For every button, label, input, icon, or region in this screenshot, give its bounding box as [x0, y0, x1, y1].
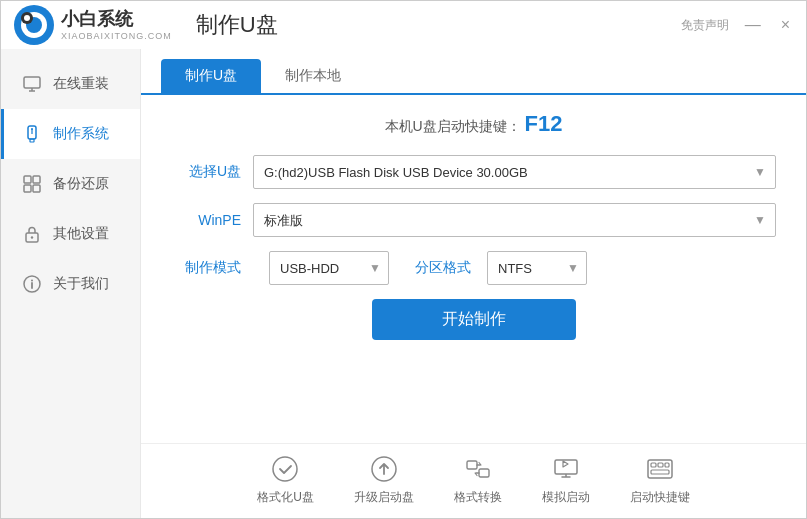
sidebar-label-make-system: 制作系统 — [53, 125, 109, 143]
winpe-select[interactable]: 标准版 — [253, 203, 776, 237]
svg-rect-31 — [665, 463, 669, 467]
svg-point-4 — [24, 15, 30, 21]
hotkey-hint-text: 本机U盘启动快捷键： — [385, 118, 521, 134]
boot-shortcut-label: 启动快捷键 — [630, 489, 690, 506]
svg-point-11 — [31, 128, 33, 130]
disclaimer-link[interactable]: 免责声明 — [681, 17, 729, 34]
form-area: 本机U盘启动快捷键： F12 选择U盘 G:(hd2)USB Flash Dis… — [141, 95, 806, 443]
svg-rect-25 — [555, 460, 577, 474]
svg-point-20 — [31, 280, 33, 282]
grid-icon — [21, 173, 43, 195]
main-layout: 在线重装 制作系统 备份还原 — [1, 49, 806, 519]
make-mode-select[interactable]: USB-HDD — [269, 251, 389, 285]
tab-make-local[interactable]: 制作本地 — [261, 59, 365, 93]
sidebar: 在线重装 制作系统 备份还原 — [1, 49, 141, 519]
tab-bar: 制作U盘 制作本地 — [141, 49, 806, 95]
content-area: 制作U盘 制作本地 本机U盘启动快捷键： F12 选择U盘 G:(hd2)USB… — [141, 49, 806, 519]
format-usb-label: 格式化U盘 — [257, 489, 314, 506]
winpe-wrapper: 标准版 ▼ — [253, 203, 776, 237]
upgrade-boot-item[interactable]: 升级启动盘 — [354, 454, 414, 506]
sidebar-label-other-settings: 其他设置 — [53, 225, 109, 243]
minimize-button[interactable]: — — [741, 16, 765, 34]
key-icon — [645, 454, 675, 484]
svg-rect-23 — [467, 461, 477, 469]
sidebar-item-backup-restore[interactable]: 备份还原 — [1, 159, 140, 209]
page-title: 制作U盘 — [196, 10, 278, 40]
svg-rect-13 — [33, 176, 40, 183]
svg-rect-32 — [651, 470, 669, 474]
sidebar-item-other-settings[interactable]: 其他设置 — [1, 209, 140, 259]
svg-rect-15 — [33, 185, 40, 192]
format-convert-item[interactable]: 格式转换 — [454, 454, 502, 506]
start-btn-row: 开始制作 — [171, 299, 776, 340]
sidebar-label-about-us: 关于我们 — [53, 275, 109, 293]
svg-point-21 — [273, 457, 297, 481]
winpe-row: WinPE 标准版 ▼ — [171, 203, 776, 237]
bottom-icons: 格式化U盘 升级启动盘 格式转换 — [141, 443, 806, 519]
svg-rect-24 — [479, 469, 489, 477]
svg-rect-29 — [651, 463, 656, 467]
sidebar-item-make-system[interactable]: 制作系统 — [1, 109, 140, 159]
start-make-button[interactable]: 开始制作 — [372, 299, 576, 340]
svg-point-17 — [31, 236, 33, 238]
logo-sub-text: XIAOBAIXITONG.COM — [61, 31, 172, 41]
select-usb-wrapper: G:(hd2)USB Flash Disk USB Device 30.00GB… — [253, 155, 776, 189]
make-mode-label: 制作模式 — [171, 259, 241, 277]
logo-icon — [13, 4, 55, 46]
info-icon — [21, 273, 43, 295]
select-usb-input[interactable]: G:(hd2)USB Flash Disk USB Device 30.00GB — [253, 155, 776, 189]
upgrade-boot-icon — [369, 454, 399, 484]
title-controls: 免责声明 — × — [681, 16, 794, 34]
lock-icon — [21, 223, 43, 245]
logo-area: 小白系统 XIAOBAIXITONG.COM — [13, 4, 172, 46]
select-usb-label: 选择U盘 — [171, 163, 241, 181]
winpe-label: WinPE — [171, 212, 241, 228]
simulate-boot-item[interactable]: 模拟启动 — [542, 454, 590, 506]
sidebar-item-online-reinstall[interactable]: 在线重装 — [1, 59, 140, 109]
format-convert-label: 格式转换 — [454, 489, 502, 506]
svg-rect-30 — [658, 463, 663, 467]
simulate-boot-label: 模拟启动 — [542, 489, 590, 506]
title-bar: 小白系统 XIAOBAIXITONG.COM 制作U盘 免责声明 — × — [1, 1, 806, 49]
sidebar-label-online-reinstall: 在线重装 — [53, 75, 109, 93]
format-usb-icon — [270, 454, 300, 484]
format-usb-item[interactable]: 格式化U盘 — [257, 454, 314, 506]
sidebar-label-backup-restore: 备份还原 — [53, 175, 109, 193]
monitor-icon — [21, 73, 43, 95]
logo-text: 小白系统 XIAOBAIXITONG.COM — [61, 9, 172, 41]
part-format-select[interactable]: NTFS — [487, 251, 587, 285]
close-button[interactable]: × — [777, 16, 794, 34]
boot-shortcut-item[interactable]: 启动快捷键 — [630, 454, 690, 506]
part-format-wrapper: NTFS ▼ — [487, 251, 587, 285]
make-mode-wrapper: USB-HDD ▼ — [269, 251, 389, 285]
svg-rect-9 — [30, 139, 34, 142]
mode-format-row: 制作模式 USB-HDD ▼ 分区格式 NTFS ▼ — [171, 251, 776, 285]
svg-rect-14 — [24, 185, 31, 192]
svg-rect-5 — [24, 77, 40, 88]
simulate-boot-icon — [551, 454, 581, 484]
convert-icon — [463, 454, 493, 484]
usb-icon — [21, 123, 43, 145]
logo-main-text: 小白系统 — [61, 9, 172, 31]
upgrade-boot-label: 升级启动盘 — [354, 489, 414, 506]
tab-make-usb[interactable]: 制作U盘 — [161, 59, 261, 93]
hotkey-value: F12 — [525, 111, 563, 136]
select-usb-row: 选择U盘 G:(hd2)USB Flash Disk USB Device 30… — [171, 155, 776, 189]
sidebar-item-about-us[interactable]: 关于我们 — [1, 259, 140, 309]
part-format-label: 分区格式 — [415, 259, 471, 277]
svg-rect-12 — [24, 176, 31, 183]
hotkey-hint: 本机U盘启动快捷键： F12 — [171, 111, 776, 137]
